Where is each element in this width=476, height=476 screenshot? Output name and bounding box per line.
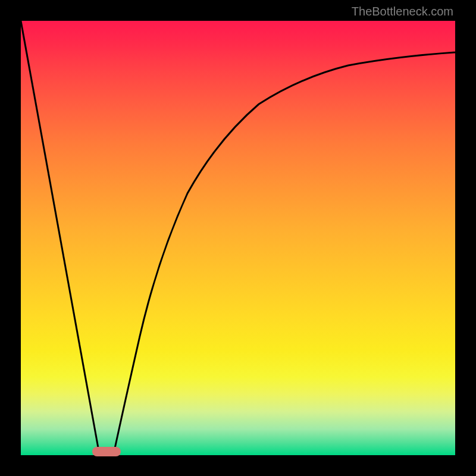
left-descending-line: [21, 21, 99, 451]
chart-curves: [21, 21, 455, 455]
bottleneck-marker: [92, 447, 121, 456]
right-ascending-curve: [114, 52, 455, 451]
watermark-text: TheBottleneck.com: [352, 5, 453, 18]
chart-area: [21, 21, 455, 455]
